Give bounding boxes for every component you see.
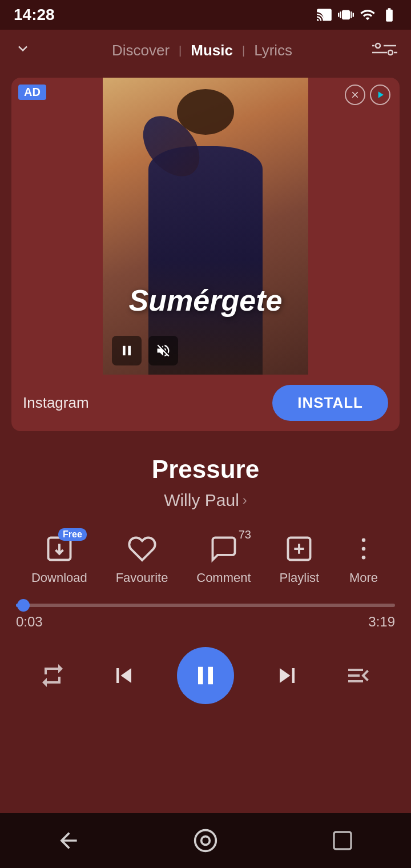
playlist-label: Playlist [279,570,319,585]
more-action[interactable]: More [348,533,380,585]
download-icon-wrap: Free [43,533,75,565]
more-icon [349,534,378,564]
svg-point-8 [362,539,366,542]
status-bar: 14:28 [0,0,411,30]
download-action[interactable]: Free Download [31,533,87,585]
ad-video-bg: Sumérgete [103,78,308,375]
more-label: More [349,570,378,585]
svg-point-9 [362,547,366,551]
playlist-icon-wrap [283,533,315,565]
svg-rect-13 [334,832,351,849]
progress-section: 0:03 3:19 [0,591,411,636]
nav-lyrics[interactable]: Lyrics [254,42,292,59]
free-badge: Free [58,528,87,541]
song-info: Pressure Willy Paul › [0,438,411,516]
artist-chevron: › [243,492,247,508]
playlist-action[interactable]: Playlist [279,533,319,585]
bottom-nav [0,813,411,868]
status-icons [316,7,397,23]
svg-point-11 [195,830,216,851]
nav-links: Discover | Music | Lyrics [112,42,292,59]
progress-thumb[interactable] [17,599,30,612]
queue-button[interactable] [340,657,377,694]
progress-times: 0:03 3:19 [16,614,395,630]
comment-action[interactable]: 73 Comment [196,533,251,585]
status-time: 14:28 [14,6,55,24]
nav-discover[interactable]: Discover [112,42,170,59]
top-nav: Discover | Music | Lyrics [0,30,411,71]
download-label: Download [31,570,87,585]
heart-icon [127,534,157,564]
comment-icon-wrap: 73 [208,533,240,565]
progress-bar[interactable] [16,604,395,607]
ad-close-button[interactable] [345,85,365,105]
current-time: 0:03 [16,614,43,630]
nav-square-button[interactable] [322,820,363,861]
actions-row: Free Download Favourite 73 Comment [0,516,411,591]
playback-controls [0,636,411,721]
ad-video-controls [112,336,178,365]
total-time: 3:19 [368,614,395,630]
ad-pause-button[interactable] [112,336,142,365]
wifi-icon [360,7,376,23]
more-icon-wrap [348,533,380,565]
svg-point-12 [202,837,210,845]
prev-button[interactable] [106,657,142,694]
back-chevron[interactable] [14,39,32,62]
comment-label: Comment [196,570,251,585]
cast-icon [316,7,332,23]
next-button[interactable] [269,657,305,694]
ad-brand-name: Instagram [23,394,89,412]
favourite-action[interactable]: Favourite [116,533,168,585]
battery-icon [381,7,397,23]
favourite-label: Favourite [116,570,168,585]
nav-music[interactable]: Music [191,42,233,59]
vibrate-icon [338,7,354,23]
comment-icon [209,534,239,564]
playlist-icon [284,534,314,564]
ad-video-area[interactable]: Sumérgete [11,78,400,375]
ad-install-button[interactable]: INSTALL [272,385,388,421]
ad-badge: AD [18,85,46,100]
ad-container: AD Sumérgete [11,78,400,431]
favourite-icon-wrap [126,533,158,565]
filter-icon[interactable] [372,40,397,61]
play-pause-button[interactable] [177,647,234,704]
comment-count: 73 [239,528,251,541]
svg-point-10 [362,556,366,560]
svg-point-0 [376,43,380,48]
song-title: Pressure [11,455,400,484]
ad-mute-button[interactable] [148,336,178,365]
svg-point-3 [388,50,393,55]
song-artist[interactable]: Willy Paul › [11,491,400,510]
ad-brand-icon[interactable] [370,85,390,105]
ad-text-overlay: Sumérgete [103,283,308,318]
ad-bottom: Instagram INSTALL [11,375,400,431]
repeat-button[interactable] [34,657,71,694]
nav-home-button[interactable] [185,820,226,861]
nav-back-button[interactable] [48,820,89,861]
